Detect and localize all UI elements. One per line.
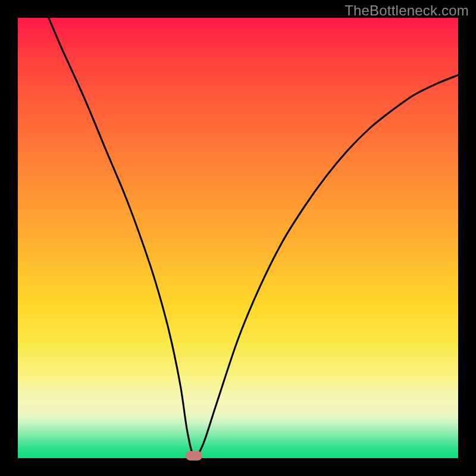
watermark-text: TheBottleneck.com bbox=[345, 2, 469, 19]
chart-frame: TheBottleneck.com bbox=[0, 0, 476, 476]
minimum-marker bbox=[186, 451, 202, 461]
curve-path bbox=[49, 18, 458, 456]
plot-area bbox=[18, 18, 458, 458]
bottleneck-curve bbox=[18, 18, 458, 458]
